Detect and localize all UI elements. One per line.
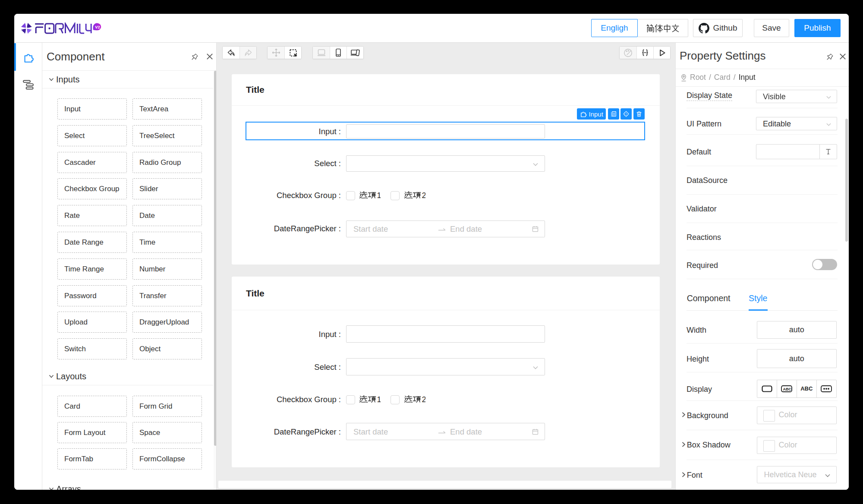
svg-text:2: 2	[422, 191, 426, 199]
svg-text:2: 2	[422, 395, 426, 403]
svg-text:1: 1	[377, 395, 381, 403]
svg-text:ABC: ABC	[783, 387, 792, 391]
svg-text:1: 1	[377, 191, 381, 199]
svg-text:V2: V2	[95, 25, 100, 29]
